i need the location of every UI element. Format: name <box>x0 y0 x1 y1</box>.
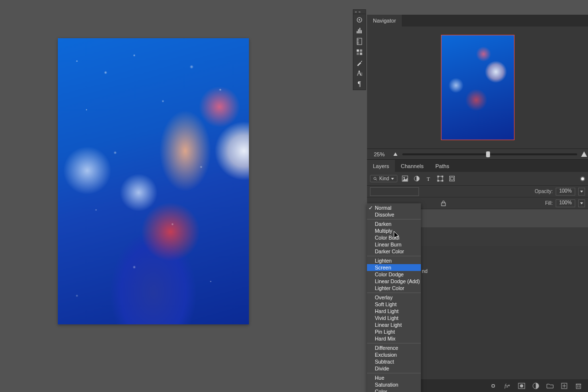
svg-rect-3 <box>358 29 359 33</box>
right-panel-column: Navigator 25% Layers Channels Paths Kind… <box>367 15 588 392</box>
filter-pixel-icon[interactable] <box>400 174 409 183</box>
zoom-in-icon[interactable] <box>580 151 588 157</box>
svg-rect-28 <box>450 177 453 180</box>
adjustment-layer-icon[interactable] <box>532 382 539 390</box>
svg-rect-26 <box>441 180 442 181</box>
lock-all-icon[interactable] <box>440 199 447 207</box>
svg-point-1 <box>359 19 360 21</box>
svg-line-18 <box>376 179 377 180</box>
fill-label: Fill: <box>545 200 553 206</box>
blend-mode-item-lighter-color[interactable]: Lighter Color <box>367 285 421 292</box>
mask-icon[interactable] <box>518 382 525 390</box>
blend-mode-item-color-dodge[interactable]: Color Dodge <box>367 271 421 278</box>
svg-rect-14 <box>360 52 362 55</box>
chevron-down-icon <box>391 178 394 180</box>
tab-channels[interactable]: Channels <box>395 160 429 172</box>
svg-rect-13 <box>357 52 359 55</box>
collapsed-panel-dock: «» A| ¶ <box>353 9 366 90</box>
group-icon[interactable] <box>546 382 554 390</box>
fill-value-field[interactable]: 100% <box>556 199 575 207</box>
svg-rect-11 <box>357 49 359 51</box>
blend-mode-item-vivid-light[interactable]: Vivid Light <box>367 315 421 321</box>
dock-handle[interactable]: «» <box>353 10 366 14</box>
new-layer-icon[interactable] <box>561 382 568 390</box>
filter-kind-dropdown[interactable]: Kind <box>370 175 397 182</box>
filter-smartobject-icon[interactable] <box>447 174 456 183</box>
blend-mode-item-saturation[interactable]: Saturation <box>367 381 421 388</box>
blend-mode-item-hue[interactable]: Hue <box>367 374 421 381</box>
navigator-zoom-row: 25% <box>367 149 588 160</box>
opacity-flyout-icon[interactable] <box>578 188 585 196</box>
navigator-thumbnail[interactable] <box>441 35 514 140</box>
tab-layers[interactable]: Layers <box>367 160 395 172</box>
filter-adjustment-icon[interactable] <box>412 174 421 183</box>
blend-mode-item-difference[interactable]: Difference <box>367 344 421 351</box>
paragraph-icon[interactable]: ¶ <box>353 79 366 90</box>
svg-rect-2 <box>357 31 358 33</box>
swatch-icon[interactable] <box>353 47 366 57</box>
zoom-value[interactable]: 25% <box>367 151 392 157</box>
ruler-icon[interactable] <box>353 36 366 47</box>
tab-paths[interactable]: Paths <box>430 160 455 172</box>
tab-navigator[interactable]: Navigator <box>367 15 402 26</box>
svg-marker-16 <box>581 151 587 157</box>
blend-mode-item-screen[interactable]: Screen <box>367 264 421 271</box>
blend-mode-item-divide[interactable]: Divide <box>367 365 421 372</box>
blend-mode-item-exclusion[interactable]: Exclusion <box>367 351 421 358</box>
blend-mode-item-subtract[interactable]: Subtract <box>367 358 421 365</box>
blend-mode-item-dissolve[interactable]: Dissolve <box>367 211 421 218</box>
fill-flyout-icon[interactable] <box>578 199 585 207</box>
layers-panel-tabs: Layers Channels Paths <box>367 160 588 172</box>
navigator-tabs: Navigator <box>367 15 588 26</box>
layer-stack[interactable]: nd NormalDissolveDarkenMultiplyColor Bur… <box>367 209 588 246</box>
blend-mode-item-normal[interactable]: Normal <box>367 204 421 211</box>
document-canvas[interactable] <box>58 38 249 324</box>
blend-opacity-row: Normal Opacity: 100% <box>367 186 588 197</box>
opacity-value-field[interactable]: 100% <box>556 188 575 196</box>
link-layers-icon[interactable] <box>490 382 497 390</box>
blend-mode-dropdown[interactable]: Normal <box>370 187 419 196</box>
delete-layer-icon[interactable] <box>575 382 582 390</box>
layer-filter-row: Kind T <box>367 172 588 186</box>
svg-rect-23 <box>437 176 438 177</box>
zoom-out-icon[interactable] <box>392 152 399 156</box>
svg-point-20 <box>403 177 404 178</box>
svg-rect-5 <box>361 30 362 33</box>
navigator-body[interactable] <box>367 26 588 149</box>
filter-toggle-switch[interactable] <box>580 176 585 181</box>
zoom-slider-thumb[interactable] <box>486 151 490 157</box>
blend-mode-item-linear-burn[interactable]: Linear Burn <box>367 241 421 248</box>
svg-marker-15 <box>393 152 397 156</box>
svg-rect-4 <box>360 27 361 33</box>
blend-mode-item-overlay[interactable]: Overlay <box>367 294 421 301</box>
blend-mode-item-color-burn[interactable]: Color Burn <box>367 234 421 241</box>
zoom-slider[interactable] <box>402 153 577 155</box>
brush-preset-icon[interactable] <box>353 57 366 68</box>
svg-rect-36 <box>576 384 581 389</box>
blend-mode-item-multiply[interactable]: Multiply <box>367 227 421 234</box>
blend-mode-item-linear-light[interactable]: Linear Light <box>367 321 421 328</box>
blend-mode-item-darker-color[interactable]: Darker Color <box>367 248 421 255</box>
opacity-label: Opacity: <box>535 189 553 194</box>
fx-icon[interactable]: fx▾ <box>504 382 511 390</box>
histogram-icon[interactable] <box>353 25 366 36</box>
blend-mode-item-color[interactable]: Color <box>367 388 421 392</box>
svg-rect-25 <box>437 180 438 181</box>
svg-rect-27 <box>449 176 454 181</box>
blend-mode-item-soft-light[interactable]: Soft Light <box>367 301 421 308</box>
blend-mode-item-hard-light[interactable]: Hard Light <box>367 308 421 315</box>
filter-type-icon[interactable]: T <box>424 174 433 183</box>
svg-rect-24 <box>441 176 442 177</box>
filter-kind-label: Kind <box>379 176 389 181</box>
layer-name-fragment: nd <box>422 268 428 274</box>
blend-mode-menu[interactable]: NormalDissolveDarkenMultiplyColor BurnLi… <box>367 203 421 392</box>
blend-mode-item-hard-mix[interactable]: Hard Mix <box>367 335 421 342</box>
blend-mode-item-lighten[interactable]: Lighten <box>367 257 421 264</box>
svg-rect-29 <box>441 203 445 206</box>
brush-icon[interactable] <box>353 14 366 25</box>
type-icon[interactable]: A| <box>353 68 366 79</box>
blend-mode-item-pin-light[interactable]: Pin Light <box>367 328 421 335</box>
blend-mode-item-darken[interactable]: Darken <box>367 220 421 227</box>
filter-shape-icon[interactable] <box>436 174 444 183</box>
blend-mode-item-linear-dodge-add-[interactable]: Linear Dodge (Add) <box>367 278 421 285</box>
